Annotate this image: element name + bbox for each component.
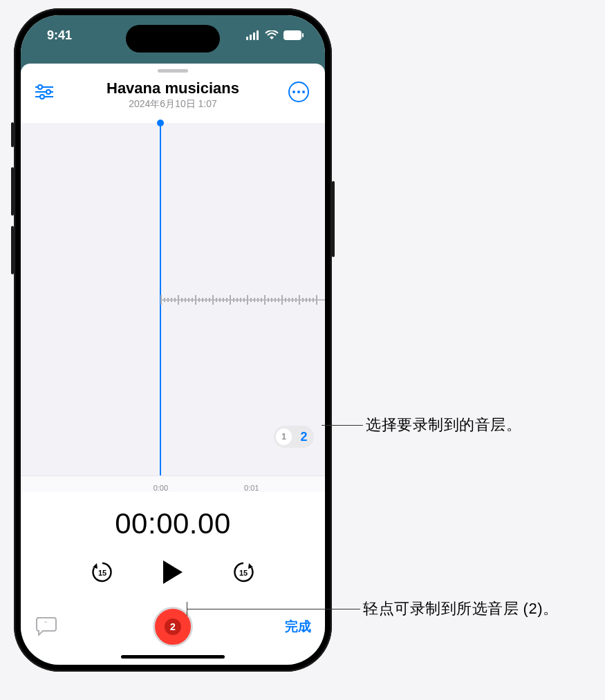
svg-text:15: 15 — [239, 569, 248, 577]
svg-rect-3 — [257, 30, 259, 40]
waveform-area[interactable]: /*noop*/ 1 2 — [21, 123, 325, 475]
phone-screen: 9:41 — [21, 15, 325, 665]
side-button-power — [332, 181, 335, 257]
playback-controls: 00:00.00 15 — [21, 492, 325, 596]
current-time: 00:00.00 — [21, 507, 325, 540]
voice-memo-sheet: Havana musicians 2024年6月10日 1:07 /*noop*… — [21, 64, 325, 665]
svg-point-9 — [38, 85, 42, 89]
callout-layer-switch: 选择要录制到的音层。 — [322, 415, 521, 435]
recording-header: Havana musicians 2024年6月10日 1:07 — [21, 73, 325, 113]
home-indicator[interactable] — [121, 655, 225, 659]
done-button[interactable]: 完成 — [285, 618, 311, 636]
side-button-volume-up — [11, 167, 14, 216]
skip-back-icon: 15 — [89, 559, 115, 585]
callout-record-button: 轻点可录制到所选音层 (2)。 — [187, 598, 559, 619]
svg-rect-5 — [302, 33, 304, 37]
iphone-frame: 9:41 — [14, 8, 332, 672]
layer-option-1[interactable]: 1 — [276, 428, 292, 445]
sliders-icon — [35, 84, 53, 100]
svg-rect-1 — [250, 35, 252, 40]
play-icon — [161, 559, 185, 585]
svg-rect-0 — [246, 37, 248, 40]
side-button-volume-down — [11, 226, 14, 274]
recording-title[interactable]: Havana musicians — [65, 79, 281, 97]
svg-rect-2 — [253, 32, 255, 40]
skip-back-15-button[interactable]: 15 — [89, 558, 116, 586]
equalizer-button[interactable] — [32, 79, 57, 104]
layer-switch[interactable]: 1 2 — [274, 426, 314, 448]
more-options-button[interactable] — [286, 79, 311, 104]
play-button[interactable] — [158, 557, 188, 587]
status-time: 9:41 — [47, 28, 72, 43]
skip-forward-icon: 15 — [230, 559, 257, 585]
playhead-handle[interactable] — [157, 120, 164, 126]
ellipsis-circle-icon — [288, 82, 309, 102]
svg-point-11 — [40, 95, 44, 99]
skip-forward-15-button[interactable]: 15 — [230, 558, 257, 586]
svg-text:15: 15 — [98, 569, 106, 577]
recording-subtitle: 2024年6月10日 1:07 — [65, 98, 281, 111]
transcript-button[interactable]: “ — [35, 616, 59, 637]
wifi-icon — [265, 30, 279, 40]
svg-rect-4 — [283, 30, 301, 40]
speech-bubble-icon: “ — [35, 616, 57, 636]
callout-text: 轻点可录制到所选音层 (2)。 — [363, 598, 559, 619]
battery-icon — [283, 30, 304, 40]
waveform-preview: /*noop*/ — [160, 299, 325, 301]
layer-option-2[interactable]: 2 — [296, 428, 312, 445]
callout-text: 选择要录制到的音层。 — [366, 415, 521, 435]
svg-point-10 — [46, 90, 50, 94]
side-button-silence — [11, 122, 14, 147]
timeline-tick: 0:00 — [153, 484, 168, 492]
dynamic-island — [126, 25, 220, 53]
cellular-icon — [246, 30, 260, 40]
timeline-ruler: 0:00 0:01 0:0 — [21, 475, 325, 492]
timeline-tick: 0:01 — [244, 484, 259, 492]
svg-text:“: “ — [44, 620, 47, 628]
record-layer-badge: 2 — [165, 618, 181, 635]
